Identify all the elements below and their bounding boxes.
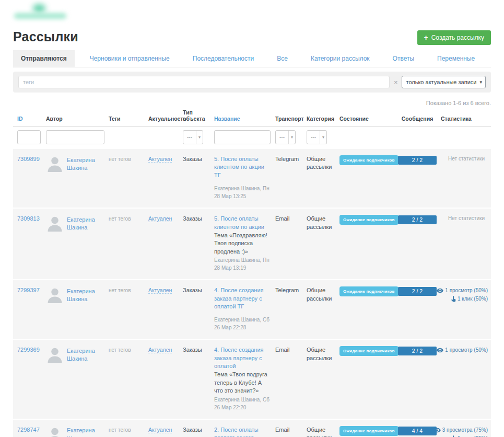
caret-down-icon: ▾ xyxy=(196,131,203,144)
title-filter-input[interactable] xyxy=(214,130,271,144)
messages-progress-label: 2 / 2 xyxy=(398,215,437,224)
tab-all[interactable]: Все xyxy=(269,50,296,67)
transport-value: Telegram xyxy=(275,287,299,293)
tags-filter-input[interactable] xyxy=(18,76,390,88)
views-stat-label: 1 просмотр (50%) xyxy=(445,346,488,354)
actuality-link[interactable]: Актуален xyxy=(148,347,172,353)
mailing-title-link[interactable]: 5. После оплаты клиентом по акции xyxy=(214,215,271,231)
views-stat: 1 просмотр (50%) xyxy=(441,286,488,295)
object-type-filter-select[interactable]: --- ▾ xyxy=(183,130,203,144)
object-type-value: Заказы xyxy=(183,287,202,293)
row-id-link[interactable]: 7299369 xyxy=(17,347,40,353)
messages-progress-bar: 4 / 4 xyxy=(398,427,437,435)
transport-value: Email xyxy=(275,347,290,353)
transport-filter-select[interactable]: --- ▾ xyxy=(275,130,296,144)
tags-value: нет тегов xyxy=(109,156,131,162)
clicks-stat: 1 клик (25%) xyxy=(441,434,488,437)
mailing-author-date: Екатерина Шакина, Пн 28 Мар 13:19 xyxy=(214,256,271,272)
actuality-link[interactable]: Актуален xyxy=(148,156,172,163)
filter-panel: × только актуальные записи ▾ xyxy=(13,72,491,93)
caret-down-icon: ▾ xyxy=(320,131,326,144)
state-badge: Ожидание подписчиков xyxy=(339,346,398,356)
no-stats-label: Нет статистики xyxy=(441,215,488,222)
messages-progress-bar: 2 / 2 xyxy=(398,156,437,165)
actuality-link[interactable]: Актуален xyxy=(148,427,172,433)
tab-categories[interactable]: Категории рассылок xyxy=(303,50,378,67)
mailing-author-date: Екатерина Шакина, Пн 28 Мар 13:25 xyxy=(214,185,271,200)
avatar xyxy=(46,426,64,437)
header-actuality: Актуальность xyxy=(146,107,181,126)
transport-value: Email xyxy=(275,215,290,222)
id-filter-input[interactable] xyxy=(17,130,41,144)
tab-sequences[interactable]: Последовательности xyxy=(185,50,262,67)
table-header-row: ID Автор Теги Актуальность Тип объекта Н… xyxy=(13,107,491,126)
row-id-link[interactable]: 7298747 xyxy=(17,427,40,433)
category-value: Общие рассылки xyxy=(307,287,332,301)
tab-sending[interactable]: Отправляются xyxy=(13,50,75,67)
mailing-title-link[interactable]: 5. После оплаты клиентом по акции ТГ xyxy=(214,155,271,179)
mailing-author-date: Екатерина Шакина, Сб 26 Мар 22:20 xyxy=(214,396,271,411)
row-id-link[interactable]: 7309813 xyxy=(17,215,40,222)
table-row: 7309899 Екатерина Шакина нет тегов Актуа… xyxy=(13,149,491,208)
mailing-title-link[interactable]: 4. После создания заказа партнеру с опла… xyxy=(214,346,271,370)
header-category: Категория xyxy=(304,107,337,126)
avatar xyxy=(46,215,64,233)
tab-drafts-and-sent[interactable]: Черновики и отправленные xyxy=(82,50,178,67)
tab-replies[interactable]: Ответы xyxy=(385,50,422,67)
header-transport: Транспорт xyxy=(273,107,304,126)
state-badge: Ожидание подписчиков xyxy=(339,215,398,225)
table-row: 7299397 Екатерина Шакина нет тегов Актуа… xyxy=(13,280,491,339)
plus-icon: + xyxy=(424,35,428,40)
table-row: 7299369 Екатерина Шакина нет тегов Актуа… xyxy=(13,339,491,419)
views-stat: 3 просмотра (75%) xyxy=(441,426,488,434)
caret-down-icon: ▾ xyxy=(288,131,295,144)
views-stat-label: 1 просмотр (50%) xyxy=(445,286,488,295)
state-badge: Ожидание подписчиков xyxy=(339,426,398,436)
mailing-subject: Тема «Поздравляю! Твоя подписка продлена… xyxy=(214,232,271,256)
object-type-value: Заказы xyxy=(183,347,202,353)
author-link[interactable]: Екатерина Шакина xyxy=(67,216,104,232)
author-link[interactable]: Екатерина Шакина xyxy=(67,156,104,172)
category-value: Общие рассылки xyxy=(307,427,332,437)
row-id-link[interactable]: 7309899 xyxy=(17,156,40,162)
author-link[interactable]: Екатерина Шакина xyxy=(67,288,104,304)
clicks-stat: 1 клик (50%) xyxy=(441,295,488,303)
caret-down-icon: ▾ xyxy=(479,79,482,85)
create-mailing-label: Создать рассылку xyxy=(431,34,484,41)
page-title: Рассылки xyxy=(13,29,78,44)
sort-by-id-link[interactable]: ID xyxy=(17,116,23,122)
avatar xyxy=(46,155,64,173)
header-messages: Сообщения xyxy=(396,107,439,126)
app-logo[interactable] xyxy=(14,4,66,23)
tags-value: нет тегов xyxy=(109,288,131,293)
author-link[interactable]: Екатерина Шакина xyxy=(67,427,104,437)
clear-filter-icon[interactable]: × xyxy=(394,79,398,86)
author-filter-input[interactable] xyxy=(46,130,104,144)
category-filter-select[interactable]: --- ▾ xyxy=(307,130,327,144)
table-row: 7298747 Екатерина Шакина нет тегов Актуа… xyxy=(13,419,491,437)
actuality-link[interactable]: Актуален xyxy=(148,215,172,222)
messages-progress-label: 2 / 2 xyxy=(398,347,437,355)
object-type-value: Заказы xyxy=(183,215,202,222)
tab-variables[interactable]: Переменные xyxy=(429,50,483,67)
actuality-filter-select[interactable]: только актуальные записи ▾ xyxy=(402,76,486,88)
header-object-type: Тип объекта xyxy=(181,107,212,126)
author-link[interactable]: Екатерина Шакина xyxy=(67,347,104,363)
mailing-title-link[interactable]: 4. После создания заказа партнеру с опла… xyxy=(214,286,271,310)
tags-value: нет тегов xyxy=(109,427,131,433)
mailing-title-link[interactable]: 2. После оплаты первого заказа xyxy=(214,426,271,437)
object-type-value: Заказы xyxy=(183,156,202,162)
table-filter-row: --- ▾ --- ▾ --- ▾ xyxy=(13,126,491,150)
create-mailing-button[interactable]: + Создать рассылку xyxy=(417,30,491,45)
actuality-link[interactable]: Актуален xyxy=(148,287,172,294)
views-stat: 1 просмотр (50%) xyxy=(441,346,488,354)
header-stats: Статистика xyxy=(439,107,491,126)
category-value: Общие рассылки xyxy=(307,156,332,170)
sort-by-title-link[interactable]: Название xyxy=(214,116,240,122)
state-badge: Ожидание подписчиков xyxy=(339,155,398,165)
tags-value: нет тегов xyxy=(109,347,131,353)
row-id-link[interactable]: 7299397 xyxy=(17,287,40,293)
no-stats-label: Нет статистики xyxy=(441,155,488,163)
results-summary: Показано 1-6 из 6 всего. xyxy=(13,100,491,106)
transport-value: Email xyxy=(275,427,290,433)
